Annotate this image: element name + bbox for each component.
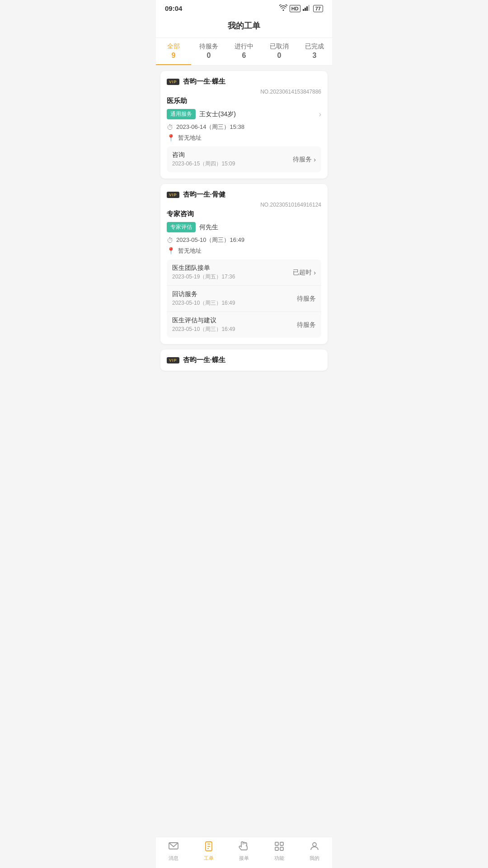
sub-chevron-0-0: ›: [314, 156, 316, 163]
vip-badge-0: VIP: [167, 79, 179, 85]
sub-items-1: 医生团队接单 2023-05-19（周五）17:36 已超时 › 回访服务 20…: [167, 259, 321, 338]
hd-icon: HD: [290, 5, 300, 12]
signal-icon: [303, 5, 311, 12]
location-icon-0: 📍: [167, 134, 175, 142]
card-header-0: VIP 杏昀一生·蝶生: [167, 77, 321, 86]
sub-items-0: 咨询 2023-06-15（周四）15:09 待服务 ›: [167, 146, 321, 172]
tab-inprogress[interactable]: 进行中 6: [226, 42, 262, 65]
workorder-card-2[interactable]: VIP 杏昀一生·蝶生: [160, 349, 328, 371]
sub-item-1-1[interactable]: 回访服务 2023-05-10（周三）16:49 待服务: [167, 286, 321, 312]
svg-rect-3: [308, 5, 310, 11]
service-tag-0: 通用服务: [167, 109, 196, 119]
card-brand-1: 杏昀一生·骨健: [183, 190, 225, 199]
workorder-card-0[interactable]: VIP 杏昀一生·蝶生 NO.20230614153847886 医乐助 通用服…: [160, 71, 328, 179]
card-brand-2: 杏昀一生·蝶生: [183, 356, 225, 364]
status-bar: 09:04 HD 77: [156, 0, 332, 15]
tab-bar: 全部 9 待服务 0 进行中 6 已取消 0 已完成 3: [156, 38, 332, 66]
address-row-0: 📍 暂无地址: [167, 134, 321, 142]
clock-icon-0: ⏱: [167, 123, 174, 131]
sub-status-1-1: 待服务: [297, 295, 316, 303]
patient-name-0: 王女士(34岁): [199, 110, 236, 118]
tab-completed[interactable]: 已完成 3: [297, 42, 332, 65]
svg-rect-0: [303, 9, 304, 11]
status-time: 09:04: [165, 5, 182, 12]
wifi-icon: [279, 5, 287, 12]
sub-item-0-0[interactable]: 咨询 2023-06-15（周四）15:09 待服务 ›: [167, 146, 321, 172]
status-icons: HD 77: [279, 5, 323, 12]
service-name-0: 医乐助: [167, 97, 321, 105]
card-list: VIP 杏昀一生·蝶生 NO.20230614153847886 医乐助 通用服…: [156, 66, 332, 407]
service-type-row-1[interactable]: 专家评估 何先生: [167, 222, 321, 232]
sub-item-1-2[interactable]: 医生评估与建议 2023-05-10（周三）16:49 待服务: [167, 312, 321, 338]
sub-chevron-1-0: ›: [314, 269, 316, 276]
order-no-0: NO.20230614153847886: [167, 89, 321, 95]
svg-rect-2: [306, 6, 308, 11]
battery-icon: 77: [313, 5, 323, 12]
service-name-1: 专家咨询: [167, 210, 321, 218]
datetime-0: 2023-06-14（周三）15:38: [176, 123, 244, 131]
service-tag-1: 专家评估: [167, 222, 196, 232]
address-1: 暂无地址: [178, 247, 202, 255]
address-0: 暂无地址: [178, 134, 202, 142]
sub-status-1-2: 待服务: [297, 321, 316, 329]
sub-status-1-0: 已超时: [293, 269, 312, 277]
card-header-1: VIP 杏昀一生·骨健: [167, 190, 321, 199]
tab-all[interactable]: 全部 9: [156, 42, 191, 65]
vip-badge-2: VIP: [167, 357, 179, 363]
chevron-icon-0: ›: [319, 110, 321, 118]
vip-badge-1: VIP: [167, 192, 179, 198]
order-no-1: NO.20230510164916124: [167, 202, 321, 208]
service-type-row-0[interactable]: 通用服务 王女士(34岁) ›: [167, 109, 321, 119]
patient-name-1: 何先生: [199, 223, 218, 231]
tab-cancelled[interactable]: 已取消 0: [262, 42, 297, 65]
sub-status-0-0: 待服务: [293, 156, 312, 164]
location-icon-1: 📍: [167, 247, 175, 255]
tab-pending[interactable]: 待服务 0: [191, 42, 226, 65]
card-brand-0: 杏昀一生·蝶生: [183, 77, 225, 86]
page-title: 我的工单: [156, 15, 332, 38]
datetime-1: 2023-05-10（周三）16:49: [176, 236, 244, 244]
card-header-2: VIP 杏昀一生·蝶生: [167, 356, 321, 364]
workorder-card-1[interactable]: VIP 杏昀一生·骨健 NO.20230510164916124 专家咨询 专家…: [160, 184, 328, 344]
datetime-row-0: ⏱ 2023-06-14（周三）15:38: [167, 123, 321, 131]
clock-icon-1: ⏱: [167, 236, 174, 244]
datetime-row-1: ⏱ 2023-05-10（周三）16:49: [167, 236, 321, 244]
svg-rect-1: [305, 8, 306, 11]
address-row-1: 📍 暂无地址: [167, 247, 321, 255]
sub-item-1-0[interactable]: 医生团队接单 2023-05-19（周五）17:36 已超时 ›: [167, 259, 321, 286]
